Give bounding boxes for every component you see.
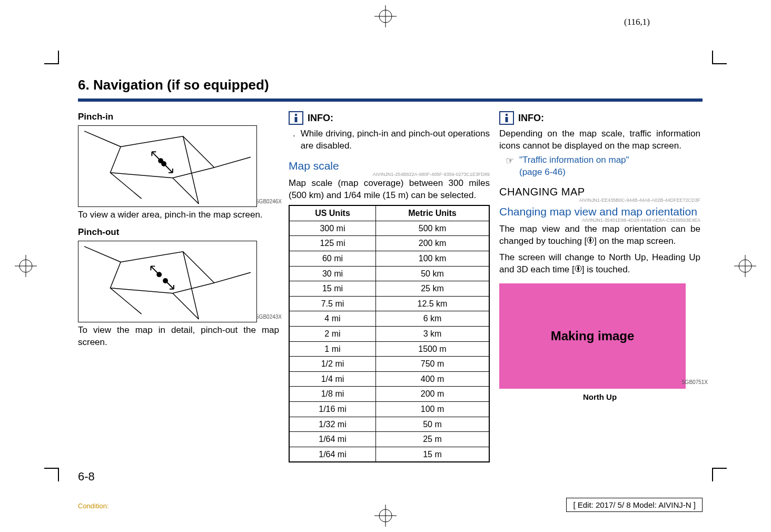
title-rule bbox=[78, 98, 703, 102]
table-row: 1/64 mi25 m bbox=[289, 432, 489, 447]
table-cell: 2 mi bbox=[289, 326, 375, 341]
table-cell: 1/16 mi bbox=[289, 401, 375, 417]
table-header-metric: Metric Units bbox=[375, 205, 489, 221]
table-row: 60 mi100 km bbox=[289, 251, 489, 267]
table-cell: 1/4 mi bbox=[289, 371, 375, 387]
columns: Pinch-in 5GB0246X To view a wider area, … bbox=[78, 111, 703, 462]
table-cell: 500 km bbox=[375, 221, 489, 236]
table-cell: 200 km bbox=[375, 236, 489, 251]
illustration-code: 5GB0246X bbox=[256, 198, 282, 205]
table-row: 125 mi200 km bbox=[289, 236, 489, 251]
illustration-code: 5GB0751X bbox=[682, 379, 708, 386]
crop-mark bbox=[713, 468, 727, 469]
registration-mark-left bbox=[15, 255, 37, 277]
cross-reference: ☞ "Traffic information on map" (page 6-4… bbox=[499, 154, 700, 179]
table-row: 1/16 mi100 m bbox=[289, 401, 489, 417]
table-row: 15 mi25 km bbox=[289, 281, 489, 297]
table-cell: 25 km bbox=[375, 281, 489, 297]
table-cell: 100 km bbox=[375, 251, 489, 267]
pinch-out-text: To view the map in detail, pinch-out the… bbox=[78, 324, 279, 349]
info-callout: INFO: bbox=[289, 111, 490, 125]
crop-mark bbox=[713, 63, 727, 64]
pinch-in-illustration: 5GB0246X bbox=[78, 125, 257, 207]
svg-point-16 bbox=[295, 114, 298, 116]
table-header-row: US Units Metric Units bbox=[289, 205, 489, 221]
column-2: INFO: . While driving, pinch-in and pinc… bbox=[289, 111, 490, 462]
scale-table: US Units Metric Units 300 mi500 km125 mi… bbox=[289, 205, 490, 462]
table-cell: 750 m bbox=[375, 357, 489, 372]
registration-mark-right bbox=[734, 255, 756, 277]
table-cell: 15 mi bbox=[289, 281, 375, 297]
table-cell: 1500 m bbox=[375, 341, 489, 357]
table-cell: 1/64 mi bbox=[289, 432, 375, 447]
crop-mark bbox=[712, 468, 713, 481]
compass-icon bbox=[587, 235, 594, 248]
info-text: Depending on the map scale, traffic info… bbox=[499, 128, 700, 152]
info-callout: INFO: bbox=[499, 111, 700, 125]
table-row: 1/32 mi50 m bbox=[289, 417, 489, 432]
table-header-us: US Units bbox=[289, 205, 375, 221]
crop-mark bbox=[58, 51, 59, 64]
chapter-title: 6. Navigation (if so equipped) bbox=[78, 77, 703, 93]
figure-caption: North Up bbox=[499, 392, 700, 402]
table-cell: 30 mi bbox=[289, 266, 375, 281]
table-cell: 25 m bbox=[375, 432, 489, 447]
table-row: 1/2 mi750 m bbox=[289, 357, 489, 372]
table-cell: 3 km bbox=[375, 326, 489, 341]
svg-rect-19 bbox=[506, 117, 508, 122]
table-cell: 1/64 mi bbox=[289, 447, 375, 462]
table-row: 30 mi50 km bbox=[289, 266, 489, 281]
table-cell: 15 m bbox=[375, 447, 489, 462]
table-cell: 1/8 mi bbox=[289, 387, 375, 402]
table-row: 1 mi1500 m bbox=[289, 341, 489, 357]
svg-rect-17 bbox=[295, 117, 298, 122]
svg-point-18 bbox=[506, 114, 508, 116]
registration-mark-top bbox=[374, 5, 397, 27]
table-cell: 100 m bbox=[375, 401, 489, 417]
table-cell: 1/2 mi bbox=[289, 357, 375, 372]
table-cell: 6 km bbox=[375, 311, 489, 327]
illustration-code: 5GB0243X bbox=[256, 313, 282, 321]
orientation-text-2: The screen will change to North Up, Head… bbox=[499, 252, 700, 276]
column-1: Pinch-in 5GB0246X To view a wider area, … bbox=[78, 111, 279, 462]
pinch-in-text: To view a wider area, pinch-in the map s… bbox=[78, 209, 279, 221]
condition-label: Condition: bbox=[78, 502, 109, 510]
column-3: INFO: Depending on the map scale, traffi… bbox=[499, 111, 700, 462]
table-cell: 300 mi bbox=[289, 221, 375, 236]
orientation-text-1: The map view and the map orientation can… bbox=[499, 223, 700, 248]
info-label: INFO: bbox=[308, 112, 333, 124]
table-row: 4 mi6 km bbox=[289, 311, 489, 327]
table-row: 1/4 mi400 m bbox=[289, 371, 489, 387]
subheading-pinch-in: Pinch-in bbox=[78, 111, 279, 123]
xref-text: "Traffic information on map" (page 6-46) bbox=[519, 154, 629, 179]
crop-mark bbox=[44, 63, 58, 64]
info-icon bbox=[289, 111, 303, 125]
table-cell: 50 km bbox=[375, 266, 489, 281]
subheading-pinch-out: Pinch-out bbox=[78, 226, 279, 239]
table-cell: 12.5 km bbox=[375, 296, 489, 311]
page-number-top: (116,1) bbox=[624, 17, 650, 27]
table-row: 1/8 mi200 m bbox=[289, 387, 489, 402]
compass-icon bbox=[575, 264, 582, 276]
crop-mark bbox=[712, 51, 713, 64]
table-cell: 400 m bbox=[375, 371, 489, 387]
table-cell: 50 m bbox=[375, 417, 489, 432]
table-row: 300 mi500 km bbox=[289, 221, 489, 236]
bullet-marker: . bbox=[293, 128, 295, 152]
table-cell: 1 mi bbox=[289, 341, 375, 357]
svg-point-15 bbox=[163, 278, 168, 283]
placeholder-text: Making image bbox=[551, 328, 635, 344]
table-row: 7.5 mi12.5 km bbox=[289, 296, 489, 311]
pointing-hand-icon: ☞ bbox=[506, 154, 514, 179]
table-cell: 1/32 mi bbox=[289, 417, 375, 432]
table-cell: 125 mi bbox=[289, 236, 375, 251]
table-row: 2 mi3 km bbox=[289, 326, 489, 341]
page-number-bottom: 6-8 bbox=[78, 470, 95, 484]
registration-mark-bottom bbox=[374, 505, 397, 527]
making-image-placeholder: Making image 5GB0751X bbox=[499, 283, 686, 389]
table-row: 1/64 mi15 m bbox=[289, 447, 489, 462]
table-cell: 4 mi bbox=[289, 311, 375, 327]
map-scale-text: Map scale (map coverage) between 300 mil… bbox=[289, 178, 490, 202]
crop-mark bbox=[58, 468, 59, 481]
info-bullet: . While driving, pinch-in and pinch-out … bbox=[289, 128, 490, 152]
